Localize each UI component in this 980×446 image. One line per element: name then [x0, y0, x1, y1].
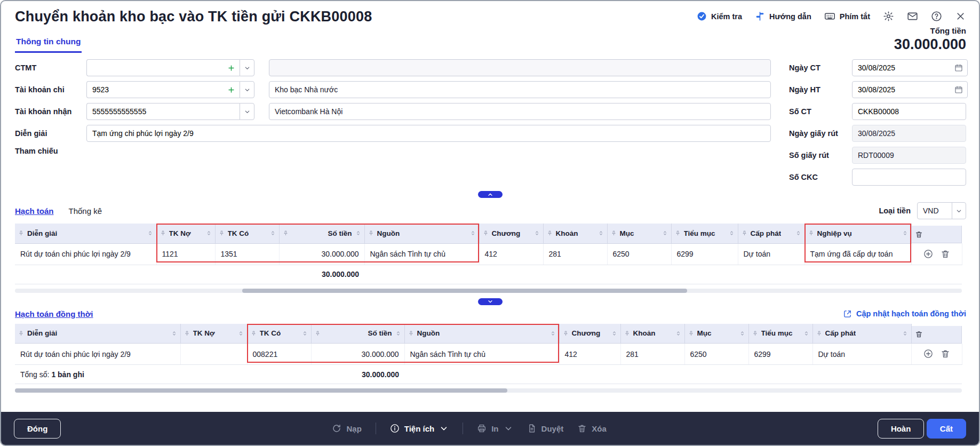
t1-col-cap-phat[interactable]: Cấp phát [738, 224, 804, 243]
feedback-button[interactable] [907, 11, 918, 22]
ckc-no-input[interactable] [858, 173, 961, 181]
sort-icon[interactable] [171, 330, 177, 337]
add-row-icon[interactable] [923, 349, 933, 359]
t1-col-so-tien[interactable]: Số tiền [279, 224, 364, 243]
tab-hach-toan[interactable]: Hạch toán [15, 206, 54, 216]
save-button[interactable]: Cất [927, 419, 966, 439]
currency-select[interactable]: VND [917, 202, 966, 219]
sort-icon[interactable] [550, 330, 556, 337]
t2-col-tieu-muc[interactable]: Tiểu mục [748, 324, 812, 344]
cell-tieu-muc[interactable]: 6299 [671, 243, 738, 265]
cell-tk-no[interactable] [180, 344, 247, 365]
doc-no-input[interactable] [858, 107, 961, 116]
delete-button[interactable]: Xóa [577, 424, 607, 433]
doc-date-input[interactable] [858, 63, 954, 72]
account-out-combo[interactable] [86, 81, 254, 98]
t2-col-chuong[interactable]: Chương [559, 324, 620, 344]
sort-icon[interactable] [355, 230, 361, 236]
close-window-button[interactable] [955, 11, 966, 22]
account-out-input[interactable] [92, 85, 225, 94]
pin-icon[interactable] [251, 330, 257, 337]
pin-icon[interactable] [808, 230, 814, 236]
settings-button[interactable] [883, 11, 894, 22]
t2-col-tk-co[interactable]: TK Có [247, 324, 311, 344]
undo-button[interactable]: Hoàn [878, 419, 925, 439]
t2-col-tk-no[interactable]: TK Nợ [180, 324, 247, 344]
ckc-no-field[interactable] [852, 169, 966, 186]
t2-col-khoan[interactable]: Khoản [620, 324, 684, 344]
pin-icon[interactable] [283, 230, 289, 236]
sort-icon[interactable] [206, 230, 212, 236]
sort-icon[interactable] [598, 230, 604, 236]
description-input[interactable] [86, 125, 771, 142]
cell-nguon[interactable]: Ngân sách Tỉnh tự chủ [404, 344, 559, 365]
sort-icon[interactable] [675, 330, 681, 337]
doc-no-field[interactable] [852, 103, 966, 120]
sort-icon[interactable] [147, 230, 153, 236]
currency-dropdown-button[interactable] [952, 203, 966, 219]
shortcut-button[interactable]: Phím tắt [824, 11, 870, 22]
t2-col-cap-phat[interactable]: Cấp phát [812, 324, 911, 344]
utilities-button[interactable]: Tiện ích [390, 424, 449, 433]
account-in-input[interactable] [92, 107, 235, 116]
t1-col-chuong[interactable]: Chương [479, 224, 543, 243]
t2-col-muc[interactable]: Mục [684, 324, 748, 344]
collapse-form-button[interactable] [478, 191, 503, 198]
trash-icon[interactable] [915, 230, 923, 238]
sort-icon[interactable] [395, 330, 401, 337]
tab-thong-tin-chung[interactable]: Thông tin chung [15, 35, 82, 53]
t2-col-so-tien[interactable]: Số tiền [311, 324, 404, 344]
sort-icon[interactable] [611, 330, 617, 337]
pin-icon[interactable] [219, 230, 225, 236]
sort-icon[interactable] [302, 330, 308, 337]
sort-icon[interactable] [238, 330, 244, 337]
cell-dien-giai[interactable]: Rút dự toán chi phúc lợi ngày 2/9 [15, 243, 156, 265]
pin-icon[interactable] [675, 230, 681, 236]
sort-icon[interactable] [795, 230, 801, 236]
doc-date-field[interactable] [852, 59, 968, 76]
cell-cap-phat[interactable]: Dự toán [738, 243, 804, 265]
t1-col-tieu-muc[interactable]: Tiểu mục [671, 224, 738, 243]
t2-horizontal-scrollbar[interactable] [15, 388, 962, 393]
t1-col-tk-co[interactable]: TK Có [215, 224, 279, 243]
scrollbar-thumb[interactable] [242, 289, 687, 293]
cell-chuong[interactable]: 412 [559, 344, 620, 365]
sort-icon[interactable] [803, 330, 809, 337]
cell-khoan[interactable]: 281 [543, 243, 607, 265]
pin-icon[interactable] [408, 330, 414, 337]
cell-nghiep-vu[interactable]: Tạm ứng đã cấp dự toán [804, 243, 911, 265]
cell-tk-co[interactable]: 1351 [215, 243, 279, 265]
t1-col-khoan[interactable]: Khoản [543, 224, 607, 243]
update-simultaneous-link[interactable]: Cập nhật hạch toán đồng thời [843, 309, 966, 318]
calendar-icon[interactable] [954, 63, 963, 72]
cell-muc[interactable]: 6250 [684, 344, 748, 365]
check-button[interactable]: Kiểm tra [697, 11, 742, 21]
t1-col-muc[interactable]: Mục [607, 224, 671, 243]
sort-icon[interactable] [534, 230, 540, 236]
t1-col-nguon[interactable]: Nguồn [364, 224, 479, 243]
pin-icon[interactable] [742, 230, 747, 236]
sort-icon[interactable] [739, 330, 745, 337]
close-button[interactable]: Đóng [14, 419, 61, 439]
ctmt-combo[interactable] [86, 59, 254, 76]
post-date-input[interactable] [858, 85, 954, 94]
pin-icon[interactable] [18, 330, 24, 337]
pin-icon[interactable] [18, 230, 24, 236]
collapse-table-button[interactable] [478, 298, 503, 305]
cell-tk-no[interactable]: 1121 [156, 243, 215, 265]
help-button[interactable] [931, 11, 942, 22]
cell-tieu-muc[interactable]: 6299 [748, 344, 812, 365]
pin-icon[interactable] [483, 230, 489, 236]
sort-icon[interactable] [662, 230, 668, 236]
post-date-field[interactable] [852, 81, 968, 98]
pin-icon[interactable] [368, 230, 374, 236]
calendar-icon[interactable] [954, 85, 963, 94]
t2-col-nguon[interactable]: Nguồn [404, 324, 559, 344]
sort-icon[interactable] [270, 230, 276, 236]
cell-nguon[interactable]: Ngân sách Tỉnh tự chủ [364, 243, 479, 265]
account-out-dropdown-button[interactable] [240, 81, 254, 98]
delete-row-icon[interactable] [941, 249, 950, 259]
pin-icon[interactable] [315, 330, 321, 337]
ctmt-dropdown-button[interactable] [240, 59, 254, 76]
cell-dien-giai[interactable]: Rút dự toán chi phúc lợi ngày 2/9 [15, 344, 180, 365]
